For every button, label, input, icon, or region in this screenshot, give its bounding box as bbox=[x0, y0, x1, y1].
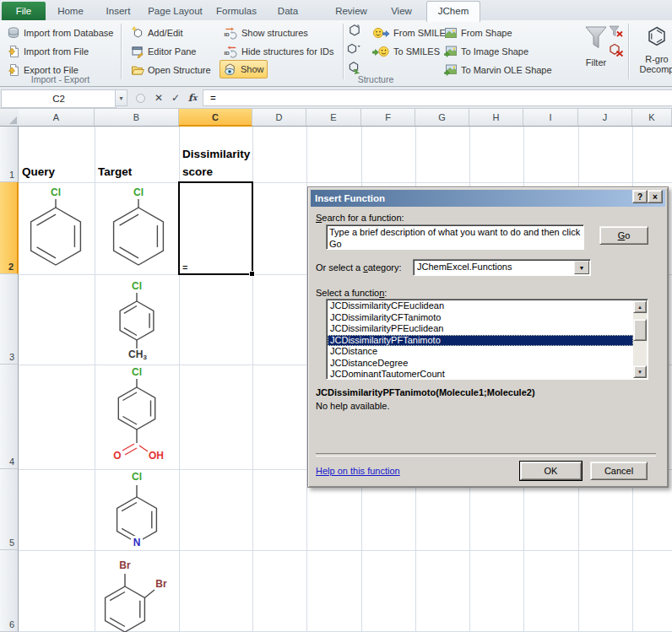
divider bbox=[316, 453, 656, 456]
structure-tool-button-2[interactable] bbox=[346, 42, 363, 59]
import-from-file-button[interactable]: Import from File bbox=[3, 42, 92, 61]
dialog-help-button[interactable]: ? bbox=[632, 190, 648, 203]
help-on-function-link[interactable]: Help on this function bbox=[316, 466, 400, 476]
svg-text:ID: ID bbox=[224, 50, 230, 56]
chevron-down-icon[interactable]: ▼ bbox=[574, 261, 589, 274]
structure-chloropyridine-b5[interactable]: Cl N bbox=[95, 464, 179, 550]
dialog-close-button[interactable]: × bbox=[648, 190, 663, 203]
row-header-6[interactable]: 6 bbox=[0, 550, 19, 632]
from-shape-button[interactable]: From Shape bbox=[440, 24, 516, 42]
to-smiles-button[interactable]: To SMILES bbox=[369, 42, 443, 61]
tab-formulas[interactable]: Formulas bbox=[209, 2, 263, 20]
circle-icon bbox=[136, 94, 145, 103]
column-header-C[interactable]: C bbox=[179, 109, 252, 127]
category-dropdown[interactable]: JChemExcel.Functions ▼ bbox=[413, 259, 591, 276]
column-header-J[interactable]: J bbox=[578, 109, 632, 126]
insert-function-button[interactable]: fx bbox=[184, 89, 201, 106]
function-signature: JCDissimilarityPFTanimoto(Molecule1;Mole… bbox=[316, 387, 535, 397]
column-header-K[interactable]: K bbox=[632, 109, 672, 126]
tab-home[interactable]: Home bbox=[47, 2, 94, 20]
dialog-title-bar[interactable]: Insert Function bbox=[311, 190, 665, 207]
function-list-item[interactable]: JCDominantTautomerCount bbox=[328, 369, 633, 378]
tab-file[interactable]: File bbox=[2, 2, 46, 20]
row-header-3[interactable]: 3 bbox=[0, 274, 19, 365]
column-header-G[interactable]: G bbox=[415, 109, 469, 126]
show-button[interactable]: Show bbox=[219, 60, 268, 78]
hide-structures-for-ids-button[interactable]: ID Hide structures for IDs bbox=[220, 42, 337, 61]
cell-a1[interactable]: Query bbox=[22, 127, 55, 181]
clear-structure-filter-button[interactable] bbox=[608, 43, 625, 60]
tab-view[interactable]: View bbox=[378, 2, 425, 20]
to-marvin-ole-shape-button[interactable]: To Marvin OLE Shape bbox=[440, 61, 555, 79]
tab-jchem[interactable]: JChem bbox=[426, 1, 480, 22]
go-button[interactable]: Go bbox=[599, 226, 648, 245]
atom-label-cl: Cl bbox=[132, 471, 142, 483]
hide-structures-for-ids-label: Hide structures for IDs bbox=[241, 46, 333, 57]
column-header-B[interactable]: B bbox=[95, 109, 179, 126]
editor-pane-button[interactable]: Editor Pane bbox=[127, 42, 199, 61]
function-list-item[interactable]: JCDistanceDegree bbox=[328, 358, 633, 370]
cancel-entry-button[interactable]: ✕ bbox=[150, 89, 167, 106]
cancel-button[interactable]: Cancel bbox=[590, 462, 648, 480]
selected-cell-c2[interactable]: = bbox=[178, 181, 253, 275]
add-edit-structure-icon bbox=[130, 26, 144, 40]
formula-input[interactable]: = bbox=[203, 89, 672, 106]
group-separator bbox=[121, 24, 122, 79]
scroll-down-button[interactable]: ▼ bbox=[633, 365, 647, 378]
tab-data[interactable]: Data bbox=[265, 2, 311, 20]
cell-b1[interactable]: Target bbox=[98, 127, 132, 181]
fill-handle[interactable] bbox=[249, 271, 255, 277]
tab-page-layout[interactable]: Page Layout bbox=[143, 2, 208, 20]
show-structures-button[interactable]: ID Show structures bbox=[220, 24, 312, 42]
scroll-up-button[interactable]: ▲ bbox=[633, 300, 647, 313]
atom-label-ch3: CH3 bbox=[128, 348, 147, 361]
column-header-I[interactable]: I bbox=[523, 109, 578, 126]
atom-label-o: O bbox=[113, 450, 121, 462]
picture-icon bbox=[443, 26, 458, 40]
scrollbar-thumb[interactable] bbox=[633, 319, 647, 341]
tab-review[interactable]: Review bbox=[326, 2, 377, 20]
open-structure-button[interactable]: Open Structure bbox=[127, 61, 214, 79]
column-header-D[interactable]: D bbox=[252, 109, 306, 126]
search-function-input[interactable]: Type a brief description of what you wan… bbox=[326, 224, 584, 250]
row-header-1[interactable]: 1 bbox=[0, 127, 19, 182]
row-header-5[interactable]: 5 bbox=[0, 469, 19, 550]
tab-insert[interactable]: Insert bbox=[95, 2, 141, 20]
list-scrollbar[interactable]: ▲ ▼ bbox=[633, 300, 647, 378]
add-edit-button[interactable]: Add/Edit bbox=[127, 24, 187, 42]
structure-chlorobenzoic-acid-b4[interactable]: Cl O OH bbox=[95, 366, 179, 467]
arrow-smiley-icon bbox=[372, 45, 390, 58]
id-show-icon: ID bbox=[224, 26, 238, 40]
import-from-database-button[interactable]: Import from Database bbox=[3, 24, 117, 42]
open-structure-label: Open Structure bbox=[148, 65, 211, 75]
row-header-4[interactable]: 4 bbox=[0, 365, 19, 469]
function-list-item[interactable]: JCDissimilarityCFTanimoto bbox=[328, 312, 633, 324]
select-all-corner[interactable] bbox=[0, 109, 19, 126]
column-header-A[interactable]: A bbox=[19, 109, 95, 126]
name-box-dropdown[interactable]: ▾ bbox=[115, 89, 127, 106]
hexagon-x-icon bbox=[609, 43, 624, 61]
function-list-item[interactable]: JCDissimilarityCFEuclidean bbox=[328, 300, 633, 312]
picture-arrow-icon bbox=[443, 45, 458, 58]
name-box[interactable]: C2 bbox=[1, 89, 117, 108]
structure-chlorotoluene-b3[interactable]: Cl CH3 bbox=[95, 277, 179, 365]
function-list-item-selected[interactable]: JCDissimilarityPFTanimoto bbox=[328, 335, 633, 347]
cell-c1[interactable]: Dissimilarity score bbox=[182, 127, 253, 181]
structure-tool-button-1[interactable] bbox=[346, 24, 363, 41]
structure-chlorobenzene-b2[interactable]: Cl bbox=[96, 184, 181, 272]
r-group-decomposition-button[interactable]: R-gro Decomp bbox=[631, 24, 672, 83]
ok-button[interactable]: OK bbox=[520, 462, 582, 480]
funnel-x-icon bbox=[609, 25, 624, 41]
column-header-F[interactable]: F bbox=[361, 109, 415, 126]
formula-options-button[interactable] bbox=[132, 89, 149, 106]
function-list-item[interactable]: JCDistance bbox=[328, 346, 633, 358]
to-image-shape-button[interactable]: To Image Shape bbox=[440, 42, 532, 61]
confirm-entry-button[interactable]: ✓ bbox=[167, 89, 184, 106]
function-list-item[interactable]: JCDissimilarityPFEuclidean bbox=[328, 323, 633, 335]
id-hide-icon: ID bbox=[224, 45, 238, 58]
column-header-H[interactable]: H bbox=[469, 109, 523, 126]
structure-dibromobenzene-b6[interactable]: Br Br bbox=[83, 551, 177, 632]
clear-filter-button[interactable] bbox=[608, 24, 625, 41]
column-header-E[interactable]: E bbox=[306, 109, 361, 126]
structure-chlorobenzene-a2[interactable]: Cl bbox=[14, 184, 98, 272]
